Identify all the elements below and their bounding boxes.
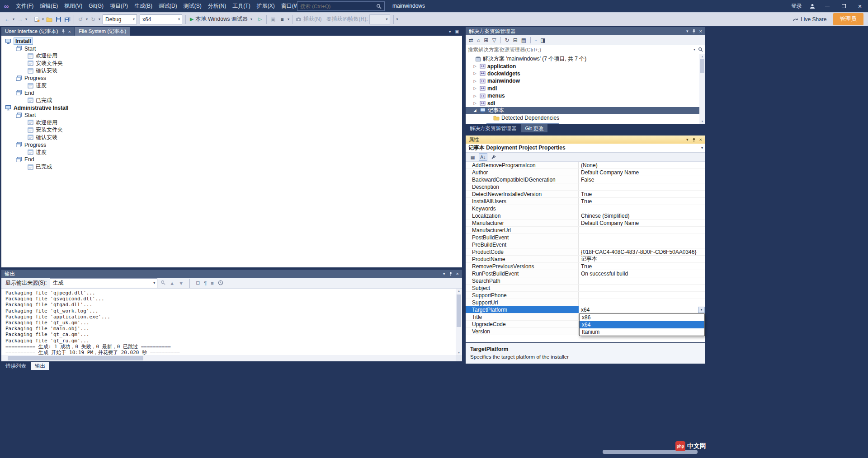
home-icon[interactable]: ⌂ <box>477 37 480 43</box>
property-value[interactable] <box>579 205 705 212</box>
property-row[interactable]: BackwardCompatibleIDGenerationFalse <box>466 176 705 183</box>
property-row[interactable]: TargetPlatformx64▾ <box>466 306 705 313</box>
solution-vertical-scrollbar[interactable]: ▴ ▾ <box>699 54 705 124</box>
navigate-forward-button[interactable]: → <box>15 14 24 25</box>
property-row[interactable]: AddRemoveProgramsIcon(None) <box>466 162 705 169</box>
toolbar-options-icon[interactable]: ▾ <box>396 17 399 21</box>
tree-row[interactable]: Administrative Install <box>1 104 462 112</box>
tree-row[interactable]: 确认安装 <box>1 67 462 75</box>
property-row[interactable]: Keywords <box>466 205 705 212</box>
menu-item[interactable]: 项目(P) <box>107 0 131 12</box>
output-vertical-scrollbar[interactable]: ▴▾ <box>456 289 462 355</box>
find-message-icon[interactable] <box>160 280 165 286</box>
solution-tree-item[interactable]: ▷++application <box>466 62 705 70</box>
collapsed-expander-icon[interactable]: ▷ <box>472 79 478 83</box>
save-all-button[interactable] <box>63 14 72 25</box>
window-position-icon[interactable]: ▾ <box>686 137 689 142</box>
tree-row[interactable]: 欢迎使用 <box>1 52 462 60</box>
property-value[interactable] <box>579 227 705 234</box>
tree-row[interactable]: 已完成 <box>1 164 462 171</box>
user-profile-icon[interactable] <box>806 3 819 9</box>
solution-search-input[interactable] <box>468 47 693 52</box>
switch-views-icon[interactable]: ⊞ <box>484 37 488 43</box>
redo-dropdown-icon[interactable]: ▾ <box>98 17 101 21</box>
property-row[interactable]: Description <box>466 183 705 191</box>
menu-item[interactable]: 视图(V) <box>61 0 85 12</box>
bottom-panel-tab[interactable]: 输出 <box>31 362 49 370</box>
solution-platform-combo[interactable]: x64▾ <box>140 14 182 24</box>
quick-search-box[interactable] <box>297 1 385 11</box>
menu-item[interactable]: 分析(N) <box>205 0 230 12</box>
redo-button[interactable]: ↻ <box>89 14 98 25</box>
show-all-files-icon[interactable]: ▤ <box>521 37 526 43</box>
tree-row[interactable]: 安装文件夹 <box>1 60 462 67</box>
tree-row[interactable]: Progress <box>1 75 462 82</box>
new-project-button[interactable] <box>32 14 41 25</box>
property-value[interactable]: Chinese (Simplified) <box>579 212 705 219</box>
tree-row[interactable]: 安装文件夹 <box>1 126 462 134</box>
property-row[interactable]: PreBuildEvent <box>466 241 705 248</box>
property-value[interactable]: True <box>579 198 705 205</box>
menu-item[interactable]: 测试(S) <box>180 0 205 12</box>
window-position-icon[interactable]: ▾ <box>686 29 689 33</box>
property-row[interactable]: SearchPath <box>466 277 705 285</box>
close-panel-icon[interactable]: × <box>699 28 702 34</box>
scrollbar-thumb[interactable] <box>700 59 704 73</box>
next-message-icon[interactable]: ▼ <box>179 280 184 286</box>
solution-configuration-combo[interactable]: Debug▾ <box>103 14 137 24</box>
property-value[interactable] <box>579 241 705 248</box>
filter-icon[interactable]: ▽ <box>492 37 496 43</box>
property-row[interactable]: ManufacturerDefault Company Name <box>466 220 705 227</box>
property-value[interactable] <box>579 299 705 306</box>
close-tab-icon[interactable]: × <box>68 29 71 34</box>
property-value[interactable]: x64▾ <box>579 306 705 313</box>
solution-search-box[interactable]: ▾ <box>466 45 705 54</box>
solution-tree-item[interactable]: ▷++sdi <box>466 99 705 107</box>
property-value[interactable]: True <box>579 191 705 197</box>
open-file-button[interactable] <box>45 14 54 25</box>
tree-row[interactable]: 欢迎使用 <box>1 119 462 126</box>
menu-item[interactable]: 编辑(E) <box>37 0 61 12</box>
menu-item[interactable]: Git(G) <box>85 0 107 12</box>
property-value[interactable]: False <box>579 176 705 183</box>
property-row[interactable]: ProductName记事本 <box>466 256 705 263</box>
expanded-expander-icon[interactable]: ◢ <box>472 108 478 112</box>
output-source-combo[interactable]: 生成▾ <box>50 278 157 288</box>
tree-row[interactable]: Install <box>1 37 462 45</box>
property-row[interactable]: RunPostBuildEventOn successful build <box>466 270 705 277</box>
categorized-icon[interactable]: ▦ <box>468 153 477 161</box>
property-value[interactable] <box>579 292 705 299</box>
property-row[interactable]: AuthorDefault Company Name <box>466 169 705 176</box>
collapsed-expander-icon[interactable]: ▷ <box>472 94 478 98</box>
property-value[interactable]: (None) <box>579 162 705 168</box>
collapsed-expander-icon[interactable]: ▷ <box>472 71 478 75</box>
undo-button[interactable]: ↺ <box>76 14 85 25</box>
object-selector-combo[interactable]: 记事本 Deployment Project Properties ▾ <box>466 144 705 153</box>
close-panel-icon[interactable]: × <box>456 271 459 276</box>
pin-icon[interactable] <box>448 271 453 276</box>
previous-message-icon[interactable]: ▲ <box>170 280 175 286</box>
new-item-dropdown-icon[interactable]: ▾ <box>41 17 45 21</box>
tree-row[interactable]: End <box>1 89 462 97</box>
collapse-all-icon[interactable]: ⊟ <box>513 37 518 43</box>
alphabetical-icon[interactable]: A↓ <box>479 153 487 161</box>
refresh-icon[interactable]: ↻ <box>505 37 509 43</box>
attach-to-process-icon[interactable]: ▣ <box>269 14 278 25</box>
dropdown-option[interactable]: x86 <box>580 314 704 321</box>
sign-in-button[interactable]: 登录 <box>788 2 806 10</box>
property-row[interactable]: SupportPhone <box>466 292 705 299</box>
menu-item[interactable]: 生成(B) <box>131 0 156 12</box>
dock-tab[interactable]: Git 更改 <box>521 124 548 132</box>
solution-tree-item[interactable]: Detected Dependencies <box>466 114 705 122</box>
preview-icon[interactable]: ◨ <box>540 37 545 43</box>
menu-item[interactable]: 文件(F) <box>13 0 37 12</box>
property-value[interactable]: Default Company Name <box>579 169 705 176</box>
tree-row[interactable]: End <box>1 156 462 163</box>
scrollbar-thumb[interactable] <box>8 356 143 360</box>
dropdown-option[interactable]: x64 <box>580 321 704 328</box>
property-row[interactable]: InstallAllUsersTrue <box>466 198 705 205</box>
property-value[interactable]: 记事本 <box>579 256 705 262</box>
close-panel-icon[interactable]: × <box>699 137 702 142</box>
property-row[interactable]: Subject <box>466 285 705 292</box>
tree-row[interactable]: 已完成 <box>1 97 462 104</box>
